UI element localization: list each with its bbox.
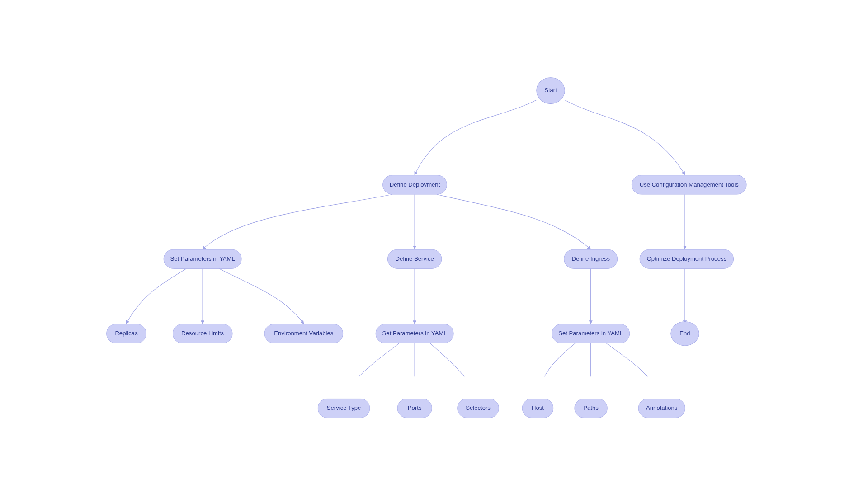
- node-environment-variables: Environment Variables: [264, 324, 343, 343]
- node-label: Selectors: [466, 405, 491, 412]
- node-start: Start: [537, 77, 565, 104]
- node-label: Set Parameters in YAML: [559, 330, 623, 337]
- node-label: Set Parameters in YAML: [382, 330, 447, 337]
- node-define-service: Define Service: [387, 249, 442, 269]
- node-define-deployment: Define Deployment: [383, 175, 448, 194]
- node-define-ingress: Define Ingress: [564, 249, 618, 269]
- node-label: Ports: [408, 405, 422, 412]
- node-label: Define Service: [396, 255, 434, 262]
- node-label: Replicas: [115, 330, 138, 337]
- node-label: Optimize Deployment Process: [647, 255, 726, 262]
- node-set-params-yaml-service: Set Parameters in YAML: [376, 324, 454, 343]
- node-ports: Ports: [397, 399, 432, 418]
- node-label: Service Type: [327, 405, 361, 412]
- node-host: Host: [522, 399, 553, 418]
- node-end: End: [671, 321, 699, 346]
- node-label: Set Parameters in YAML: [170, 255, 235, 262]
- node-set-params-yaml-deployment: Set Parameters in YAML: [164, 249, 242, 269]
- node-use-config-mgmt-tools: Use Configuration Management Tools: [632, 175, 747, 194]
- node-annotations: Annotations: [638, 399, 685, 418]
- node-paths: Paths: [575, 399, 608, 418]
- node-label: Paths: [584, 405, 599, 412]
- node-label: Start: [545, 87, 557, 94]
- node-label: Resource Limits: [182, 330, 224, 337]
- node-label: Annotations: [646, 405, 677, 412]
- node-label: Host: [532, 405, 544, 412]
- node-service-type: Service Type: [318, 399, 370, 418]
- node-label: Define Ingress: [572, 255, 610, 262]
- node-resource-limits: Resource Limits: [173, 324, 233, 343]
- node-optimize-deployment-process: Optimize Deployment Process: [640, 249, 734, 269]
- flowchart-canvas: Start Define Deployment Use Configuratio…: [99, 0, 769, 376]
- node-replicas: Replicas: [107, 324, 147, 343]
- node-label: Define Deployment: [390, 181, 440, 188]
- node-set-params-yaml-ingress: Set Parameters in YAML: [552, 324, 630, 343]
- node-label: Environment Variables: [274, 330, 334, 337]
- node-selectors: Selectors: [458, 399, 500, 418]
- node-label: Use Configuration Management Tools: [640, 181, 739, 188]
- node-label: End: [680, 330, 690, 337]
